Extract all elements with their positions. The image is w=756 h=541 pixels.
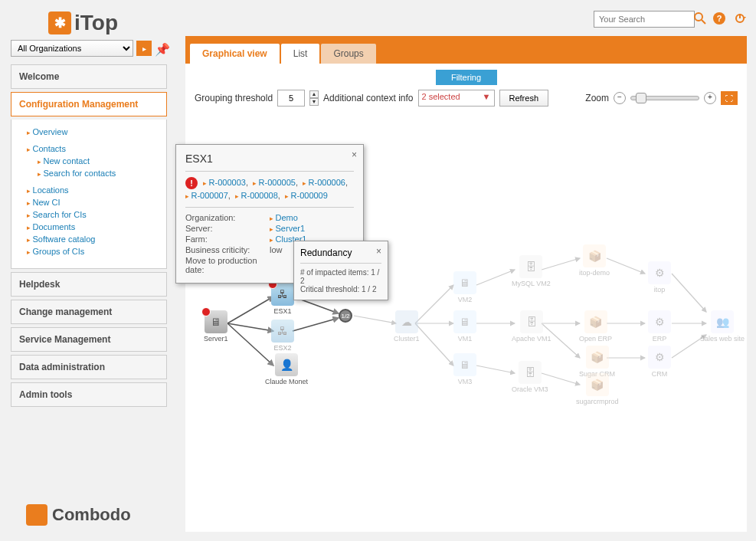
svg-line-9 <box>354 316 396 323</box>
submenu-newcontact[interactable]: New contact <box>27 155 166 167</box>
help-icon[interactable]: ? <box>713 12 725 25</box>
popup-redundancy: Redundancy × # of impacted items: 1 / 2 … <box>293 241 388 300</box>
context-label: Additional context info <box>323 93 413 103</box>
zoom-out-button[interactable]: − <box>614 92 626 104</box>
search-input[interactable] <box>594 11 695 28</box>
node-redundancy[interactable]: 1/2 <box>339 309 352 323</box>
node-sugarcrmprod[interactable]: 📦sugarcrmprod <box>576 373 619 405</box>
svg-line-15 <box>476 366 515 373</box>
submenu-searchcontacts[interactable]: Search for contacts <box>27 167 166 179</box>
menu-dataadmin[interactable]: Data administration <box>11 355 167 379</box>
zoom-slider[interactable] <box>630 96 699 100</box>
popup-redundancy-title: Redundancy <box>300 248 381 258</box>
node-claude-monet[interactable]: 👤 Claude Monet <box>265 353 308 385</box>
node-esx1[interactable]: 🖧 ESX1 <box>271 283 294 315</box>
svg-point-0 <box>695 13 702 21</box>
logo-text: iTop <box>74 11 118 35</box>
svg-line-12 <box>415 323 453 366</box>
svg-line-1 <box>702 20 705 24</box>
menu-welcome[interactable]: Welcome <box>11 64 167 89</box>
svg-line-23 <box>672 274 706 312</box>
org-dropdown[interactable]: All Organizations <box>11 40 133 57</box>
submenu-overview[interactable]: Overview <box>27 126 166 138</box>
popup-esx1-tickets: ! R-000003, R-000005, R-000006, R-000007… <box>185 176 354 202</box>
node-apachevm1[interactable]: 🗄Apache VM1 <box>512 310 551 343</box>
menu-config-management[interactable]: Configuration Management <box>11 92 167 116</box>
popup-esx1-title: ESX1 <box>185 152 354 165</box>
menu-change[interactable]: Change management <box>11 300 167 324</box>
org-filter-button[interactable]: ▸ <box>136 41 152 56</box>
svg-line-4 <box>227 297 273 323</box>
tab-graphical[interactable]: Graphical view <box>190 44 280 64</box>
submenu-documents[interactable]: Documents <box>27 221 166 233</box>
power-icon[interactable] <box>735 12 747 25</box>
menu-admintools[interactable]: Admin tools <box>11 382 167 407</box>
grouping-input[interactable] <box>277 90 305 107</box>
submenu-softcatalog[interactable]: Software catalog <box>27 233 166 245</box>
context-select[interactable]: 2 selected ▼ <box>418 90 495 107</box>
node-erp[interactable]: ⚙ERP <box>648 310 671 343</box>
node-vm3[interactable]: 🖥VM3 <box>453 353 476 385</box>
submenu-newci[interactable]: New CI <box>27 196 166 208</box>
refresh-button[interactable]: Refresh <box>499 90 549 107</box>
grouping-stepper[interactable]: ▲▼ <box>309 90 319 106</box>
node-vm2[interactable]: 🖥VM2 <box>453 271 476 303</box>
node-server1[interactable]: 🖥 Server1 <box>204 310 228 343</box>
submenu-locations[interactable]: Locations <box>27 184 166 196</box>
node-cluster1[interactable]: ☁Cluster1 <box>394 310 420 343</box>
tab-list[interactable]: List <box>281 44 320 64</box>
footer-logo-text: Combodo <box>52 505 131 525</box>
node-salesweb[interactable]: 👥Sales web site <box>700 310 745 343</box>
zoom-label: Zoom <box>585 93 609 103</box>
submenu-searchcis[interactable]: Search for CIs <box>27 208 166 221</box>
svg-line-8 <box>293 318 339 331</box>
popup-redundancy-close[interactable]: × <box>376 246 381 257</box>
svg-line-20 <box>607 258 645 274</box>
logo: ✱ iTop <box>48 11 118 35</box>
svg-line-10 <box>415 285 453 323</box>
pin-icon[interactable]: 📌 <box>155 42 167 54</box>
submenu-contacts[interactable]: Contacts <box>27 143 166 155</box>
logo-icon: ✱ <box>48 11 71 34</box>
node-mysqlvm2[interactable]: 🗄MySQL VM2 <box>512 255 551 287</box>
redundancy-threshold: Critical threshold: 1 / 2 <box>300 285 381 293</box>
node-openerp[interactable]: 📦Open ERP <box>579 310 612 343</box>
grouping-label: Grouping threshold <box>195 93 273 103</box>
node-oraclevm3[interactable]: 🗄Oracle VM3 <box>512 361 548 393</box>
popup-esx1-close[interactable]: × <box>352 149 357 160</box>
svg-line-13 <box>476 270 515 285</box>
node-itop[interactable]: ⚙itop <box>648 261 671 293</box>
menu-service[interactable]: Service Management <box>11 327 167 352</box>
footer-logo: Combodo <box>26 504 131 526</box>
node-esx2[interactable]: 🖧 ESX2 <box>271 320 294 352</box>
alert-icon: ! <box>185 177 198 189</box>
submenu-config: Overview Contacts New contact Search for… <box>11 120 167 269</box>
tab-groups[interactable]: Groups <box>321 44 375 64</box>
filtering-tab[interactable]: Filtering <box>436 70 497 85</box>
menu-helpdesk[interactable]: Helpdesk <box>11 272 167 297</box>
node-itopdemo[interactable]: 📦itop-demo <box>579 244 610 277</box>
search-icon[interactable] <box>694 12 706 25</box>
submenu-groupscis[interactable]: Groups of CIs <box>27 245 166 257</box>
node-vm1[interactable]: 🖥VM1 <box>453 310 476 343</box>
footer-logo-icon <box>26 504 47 526</box>
fullscreen-button[interactable]: ⛶ <box>721 91 738 105</box>
redundancy-impacted: # of impacted items: 1 / 2 <box>300 268 381 285</box>
node-crm[interactable]: ⚙CRM <box>648 346 671 378</box>
zoom-in-button[interactable]: + <box>704 92 716 104</box>
